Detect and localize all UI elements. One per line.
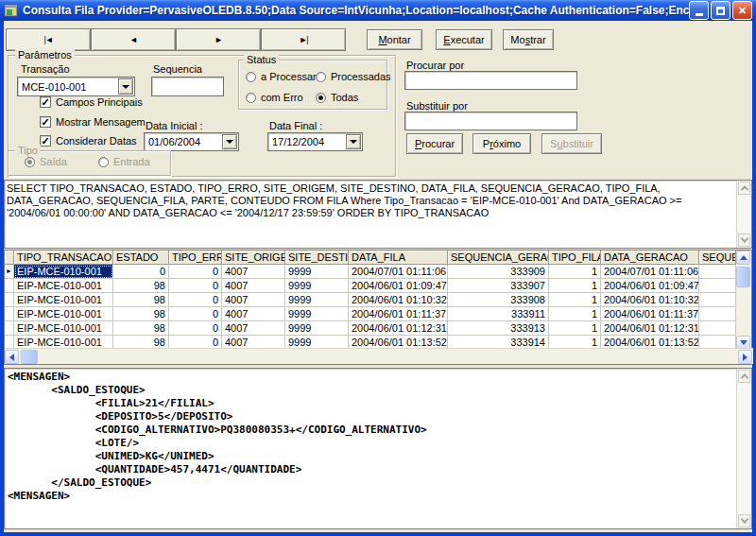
table-cell[interactable]: 2004/06/01 01:10:32 — [349, 293, 448, 307]
transacao-combobox[interactable]: MCE-010-001 — [17, 77, 135, 96]
substituir-por-input[interactable] — [404, 112, 577, 130]
checkbox-campos-principais[interactable]: ✓Campos Principais — [40, 96, 143, 108]
close-button[interactable]: ✕ — [732, 1, 752, 20]
column-header-tipo_erro[interactable]: TIPO_ERRO — [169, 251, 222, 265]
data-inicial-dropdown-button[interactable] — [222, 134, 237, 149]
column-header-data_fila[interactable]: DATA_FILA — [349, 251, 448, 265]
table-cell[interactable] — [699, 321, 736, 336]
radio-a-processar[interactable]: a Processar — [246, 71, 317, 82]
table-horizontal-scrollbar[interactable] — [5, 348, 753, 364]
table-row[interactable]: EIP-MCE-010-001980400799992004/06/01 01:… — [5, 321, 736, 336]
scroll-up-icon[interactable] — [738, 182, 750, 195]
table-cell[interactable]: 1 — [549, 279, 601, 293]
table-cell[interactable]: EIP-MCE-010-001 — [14, 293, 113, 307]
table-cell[interactable]: 1 — [549, 265, 601, 279]
table-cell[interactable]: 98 — [113, 307, 169, 321]
table-cell[interactable]: 0 — [169, 265, 222, 279]
table-cell[interactable]: 2004/06/01 01:09:47 — [349, 279, 448, 293]
column-header-site_destino[interactable]: SITE_DESTINO — [285, 251, 349, 265]
table-cell[interactable]: 333909 — [448, 265, 549, 279]
mostrar-button[interactable]: Mostrar — [503, 29, 554, 50]
table-cell[interactable]: EIP-MCE-010-001 — [14, 307, 113, 321]
checkbox-considerar-datas[interactable]: ✓Considerar Datas — [40, 135, 137, 147]
sql-query-box[interactable]: SELECT TIPO_TRANSACAO, ESTADO, TIPO_ERRO… — [4, 180, 752, 249]
radio-com-erro[interactable]: com Erro — [246, 92, 303, 103]
table-row[interactable]: EIP-MCE-010-001980400799992004/06/01 01:… — [5, 307, 736, 321]
executar-button[interactable]: Executar — [436, 29, 492, 50]
column-header-tipo_transacao[interactable]: TIPO_TRANSACAO — [14, 251, 113, 265]
vertical-scroll-thumb[interactable] — [736, 267, 750, 287]
title-bar[interactable]: Consulta Fila Provider=PervasiveOLEDB.8.… — [0, 0, 756, 21]
scroll-up-icon[interactable] — [738, 370, 750, 383]
table-cell[interactable]: 98 — [113, 321, 169, 336]
table-cell[interactable]: 2004/06/01 01:10:32 — [601, 293, 699, 307]
scroll-left-icon[interactable] — [5, 350, 19, 364]
column-header-tipo_fila[interactable]: TIPO_FILA — [549, 251, 601, 265]
table-cell[interactable]: 4007 — [222, 321, 285, 336]
table-cell[interactable]: 2004/07/01 01:11:06 — [601, 265, 699, 279]
data-final-combobox[interactable]: 17/12/2004 — [267, 132, 363, 151]
message-scrollbar[interactable] — [736, 369, 751, 528]
table-cell[interactable]: 4007 — [222, 265, 285, 279]
table-cell[interactable]: EIP-MCE-010-001 — [14, 265, 113, 279]
nav-first-button[interactable]: |◄ — [6, 28, 91, 51]
column-header-estado[interactable]: ESTADO — [113, 251, 169, 265]
scroll-down-icon[interactable] — [738, 514, 750, 527]
scroll-right-icon[interactable] — [738, 350, 752, 364]
nav-next-button[interactable]: ► — [176, 28, 261, 51]
table-cell[interactable]: 2004/06/01 01:11:37 — [601, 307, 699, 321]
table-cell[interactable]: 0 — [113, 265, 169, 279]
table-cell[interactable]: 98 — [113, 279, 169, 293]
radio-processadas[interactable]: Processadas — [316, 71, 391, 82]
table-cell[interactable]: EIP-MCE-010-001 — [14, 279, 113, 293]
nav-last-button[interactable]: ►| — [261, 28, 346, 51]
sequencia-input[interactable] — [151, 77, 224, 96]
table-vertical-scrollbar[interactable] — [736, 251, 751, 350]
table-cell[interactable]: 4007 — [222, 307, 285, 321]
table-cell[interactable]: 1 — [549, 293, 601, 307]
table-cell[interactable]: 0 — [169, 307, 222, 321]
table-cell[interactable]: 9999 — [285, 293, 349, 307]
procurar-por-input[interactable] — [404, 71, 577, 90]
montar-button[interactable]: Montar — [367, 29, 422, 50]
table-cell[interactable]: 9999 — [285, 321, 349, 336]
table-cell[interactable]: 2004/06/01 01:09:47 — [601, 279, 699, 293]
table-cell[interactable]: 9999 — [285, 307, 349, 321]
table-cell[interactable] — [699, 279, 736, 293]
table-cell[interactable]: 98 — [113, 293, 169, 307]
maximize-button[interactable] — [711, 1, 730, 20]
minimize-button[interactable] — [689, 1, 709, 20]
table-cell[interactable]: 2004/06/01 01:12:31 — [349, 321, 448, 336]
table-cell[interactable]: 2004/06/01 01:11:37 — [349, 307, 448, 321]
table-cell[interactable]: 333907 — [448, 279, 549, 293]
table-cell[interactable]: 0 — [169, 321, 222, 336]
table-cell[interactable] — [699, 293, 736, 307]
table-row[interactable]: ►EIP-MCE-010-00100400799992004/07/01 01:… — [5, 265, 736, 279]
table-cell[interactable]: 2004/07/01 01:11:06 — [349, 265, 448, 279]
column-header-sequencia_geracao[interactable]: SEQUENCIA_GERACAO — [448, 251, 549, 265]
proximo-button[interactable]: Próximo — [472, 133, 531, 154]
table-cell[interactable]: 2004/06/01 01:12:31 — [601, 321, 699, 336]
scroll-up-icon[interactable] — [736, 251, 750, 265]
table-cell[interactable]: EIP-MCE-010-001 — [14, 321, 113, 336]
data-inicial-combobox[interactable]: 01/06/2004 — [144, 132, 239, 151]
table-cell[interactable]: 333911 — [448, 307, 549, 321]
sql-scrollbar[interactable] — [736, 181, 751, 248]
column-header-data_geracao[interactable]: DATA_GERACAO — [601, 251, 699, 265]
table-cell[interactable] — [699, 265, 736, 279]
table-cell[interactable]: 9999 — [285, 279, 349, 293]
table-cell[interactable]: 1 — [549, 307, 601, 321]
table-row[interactable]: EIP-MCE-010-001980400799992004/06/01 01:… — [5, 279, 736, 293]
table-cell[interactable]: 9999 — [285, 265, 349, 279]
scroll-down-icon[interactable] — [738, 233, 750, 247]
table-cell[interactable]: 0 — [169, 279, 222, 293]
column-header-sequencia_fila[interactable]: SEQUENCIA_FILA — [699, 251, 736, 265]
horizontal-scroll-thumb[interactable] — [21, 350, 38, 364]
table-row[interactable]: EIP-MCE-010-001980400799992004/06/01 01:… — [5, 293, 736, 307]
checkbox-mostrar-mensagem[interactable]: ✓Mostrar Mensagem — [40, 116, 146, 128]
table-cell[interactable] — [699, 307, 736, 321]
radio-todas[interactable]: Todas — [316, 92, 358, 103]
message-xml-box[interactable]: <MENSAGEN> <SALDO_ESTOQUE> <FILIAL>21</F… — [4, 368, 752, 529]
table-cell[interactable]: 333908 — [448, 293, 549, 307]
results-table[interactable]: TIPO_TRANSACAOESTADOTIPO_ERROSITE_ORIGEM… — [4, 250, 752, 365]
